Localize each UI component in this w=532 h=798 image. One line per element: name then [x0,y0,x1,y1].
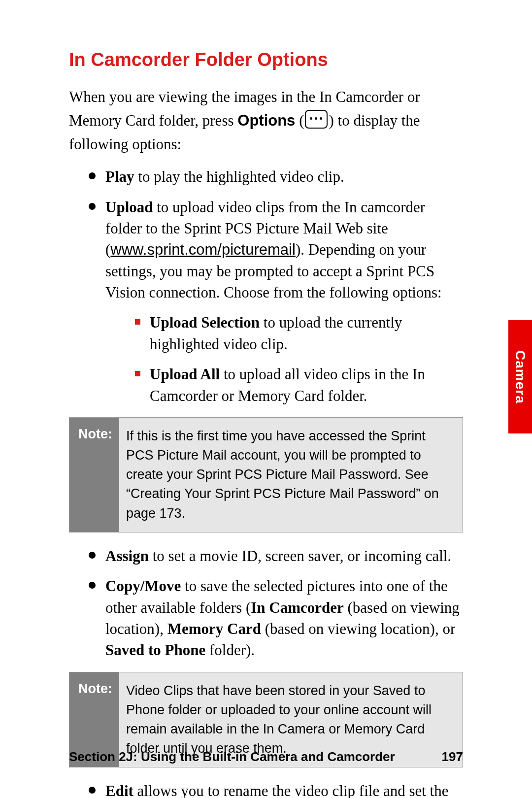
note-body-1: If this is the first time you have acces… [119,418,463,532]
edit-text: allows you to rename the video clip file… [105,782,448,798]
cm-b3: Saved to Phone [105,641,205,659]
upload-selection-label: Upload Selection [150,314,260,331]
upload-label: Upload [105,199,153,216]
list-item-upload-all: Upload All to upload all video clips in … [135,364,463,406]
assign-label: Assign [105,547,149,565]
note-label-1: Note: [69,418,119,532]
list-item-assign: Assign to set a movie ID, screen saver, … [89,545,463,566]
page-footer: Section 2J: Using the Built-in Camera an… [69,749,463,765]
options-key-icon [305,110,328,129]
cm-t4: folder). [205,641,255,659]
footer-section-label: Section 2J: Using the Built-in Camera an… [69,749,395,765]
section-title: In Camcorder Folder Options [69,49,463,70]
options-list-2: Assign to set a movie ID, screen saver, … [89,545,463,661]
play-label: Play [105,168,134,185]
upload-all-label: Upload All [150,366,220,383]
list-item-play: Play to play the highlighted video clip. [89,166,463,187]
cm-b2: Memory Card [167,620,261,637]
intro-paragraph: When you are viewing the images in the I… [69,85,463,156]
copymove-label: Copy/Move [105,577,181,595]
page-content: In Camcorder Folder Options When you are… [0,0,532,798]
footer-page-number: 197 [442,749,463,765]
cm-t3: (based on viewing location), or [261,620,455,637]
note-box-1: Note: If this is the first time you have… [69,417,463,532]
cm-b1: In Camcorder [251,599,344,616]
play-text: to play the highlighted video clip. [134,168,344,185]
list-item-upload: Upload to upload video clips from the In… [89,197,463,407]
picturemail-link[interactable]: www.sprint.com/picturemail [110,241,296,258]
upload-sublist: Upload Selection to upload the currently… [135,312,463,406]
side-tab-camera: Camera [508,320,532,433]
list-item-copymove: Copy/Move to save the selected pictures … [89,575,463,661]
options-list-3: Edit allows you to rename the video clip… [89,780,463,798]
options-word: Options [237,112,295,129]
assign-text: to set a movie ID, screen saver, or inco… [149,547,451,565]
list-item-upload-selection: Upload Selection to upload the currently… [135,312,463,355]
intro-text-2: ( [295,112,304,129]
list-item-edit: Edit allows you to rename the video clip… [89,780,463,798]
options-list: Play to play the highlighted video clip.… [89,166,463,406]
edit-label: Edit [105,782,133,798]
